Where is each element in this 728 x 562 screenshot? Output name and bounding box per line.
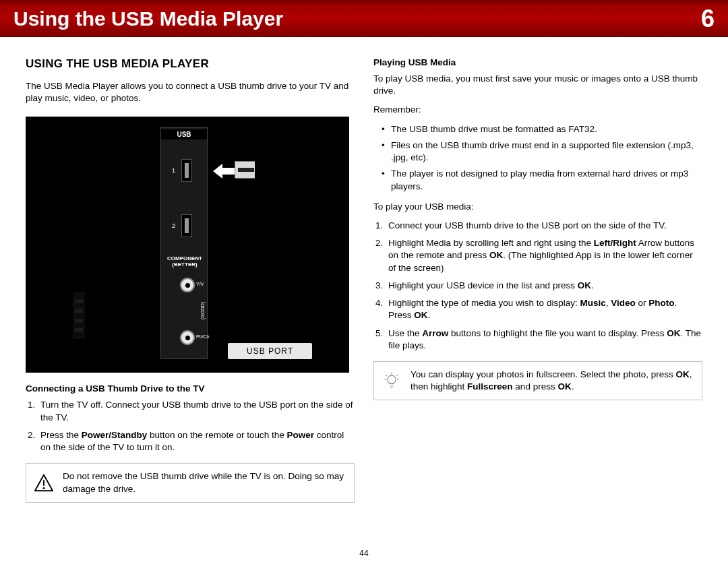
component-label: COMPONENT(BETTER) bbox=[165, 256, 204, 268]
port-number-1: 1 bbox=[172, 167, 175, 174]
page-number: 44 bbox=[0, 549, 728, 558]
arrow-left-icon bbox=[213, 164, 237, 179]
usb-port-1-icon bbox=[181, 159, 192, 182]
subhead-playing: Playing USB Media bbox=[373, 57, 702, 67]
component-jack-y-icon bbox=[180, 278, 195, 292]
component-jack-pb-icon bbox=[180, 330, 195, 345]
warning-text: Do not remove the USB thumb drive while … bbox=[63, 471, 344, 493]
play-steps: Connect your USB thumb drive to the USB … bbox=[386, 220, 702, 352]
list-item: Highlight the type of media you wish to … bbox=[386, 297, 702, 321]
tv-port-panel: USB 1 2 COMPONENT(BETTER) Y/V (GOOD) Pb/… bbox=[160, 127, 208, 359]
list-item: The player is not designed to play media… bbox=[391, 168, 702, 192]
usb-port-2-icon bbox=[181, 214, 192, 237]
usb-port-tag: USB PORT bbox=[228, 343, 312, 359]
list-item: Use the Arrow buttons to highlight the f… bbox=[386, 327, 702, 352]
svg-point-2 bbox=[388, 375, 396, 383]
right-column: Playing USB Media To play USB media, you… bbox=[373, 57, 702, 503]
tv-usb-illustration: USB 1 2 COMPONENT(BETTER) Y/V (GOOD) Pb/… bbox=[26, 117, 349, 373]
chapter-number: 6 bbox=[701, 5, 715, 33]
port-number-2: 2 bbox=[172, 222, 175, 229]
list-item: Connect your USB thumb drive to the USB … bbox=[386, 220, 702, 232]
section-title: USING THE USB MEDIA PLAYER bbox=[26, 57, 355, 71]
remember-label: Remember: bbox=[373, 104, 702, 116]
connect-steps: Turn the TV off. Connect your USB thumb … bbox=[38, 399, 355, 454]
tip-text: You can display your photos in fullscree… bbox=[411, 369, 692, 392]
list-item: Files on the USB thumb drive must end in… bbox=[391, 139, 702, 164]
warning-callout: Do not remove the USB thumb drive while … bbox=[26, 463, 355, 502]
list-item: Press the Power/Standby button on the re… bbox=[38, 429, 355, 454]
toplay-label: To play your USB media: bbox=[373, 201, 702, 213]
svg-point-1 bbox=[43, 487, 45, 489]
play-intro: To play USB media, you must first save y… bbox=[373, 73, 702, 97]
warning-icon bbox=[33, 472, 55, 494]
subhead-connecting: Connecting a USB Thumb Drive to the TV bbox=[26, 383, 355, 394]
list-item: Highlight your USB device in the list an… bbox=[386, 280, 702, 292]
tv-side-buttons-icon bbox=[73, 292, 85, 339]
usb-thumb-drive-icon bbox=[235, 154, 315, 185]
left-column: USING THE USB MEDIA PLAYER The USB Media… bbox=[26, 57, 355, 503]
svg-line-4 bbox=[386, 375, 387, 376]
list-item: Turn the TV off. Connect your USB thumb … bbox=[38, 399, 355, 423]
svg-line-5 bbox=[396, 375, 398, 376]
remember-list: The USB thumb drive must be formatted as… bbox=[391, 123, 702, 193]
jack-label-pb: Pb/Cb bbox=[196, 334, 209, 339]
page-body: USING THE USB MEDIA PLAYER The USB Media… bbox=[0, 37, 728, 503]
chapter-header: Using the USB Media Player 6 bbox=[0, 0, 728, 37]
usb-panel-label: USB bbox=[161, 129, 207, 139]
tip-callout: You can display your photos in fullscree… bbox=[373, 361, 702, 400]
list-item: The USB thumb drive must be formatted as… bbox=[391, 123, 702, 135]
good-label: (GOOD) bbox=[200, 302, 205, 319]
intro-text: The USB Media Player allows you to conne… bbox=[26, 80, 355, 104]
list-item: Highlight Media by scrolling left and ri… bbox=[386, 237, 702, 274]
lightbulb-icon bbox=[381, 370, 402, 392]
jack-label-y: Y/V bbox=[196, 282, 204, 286]
chapter-title: Using the USB Media Player bbox=[13, 7, 283, 30]
